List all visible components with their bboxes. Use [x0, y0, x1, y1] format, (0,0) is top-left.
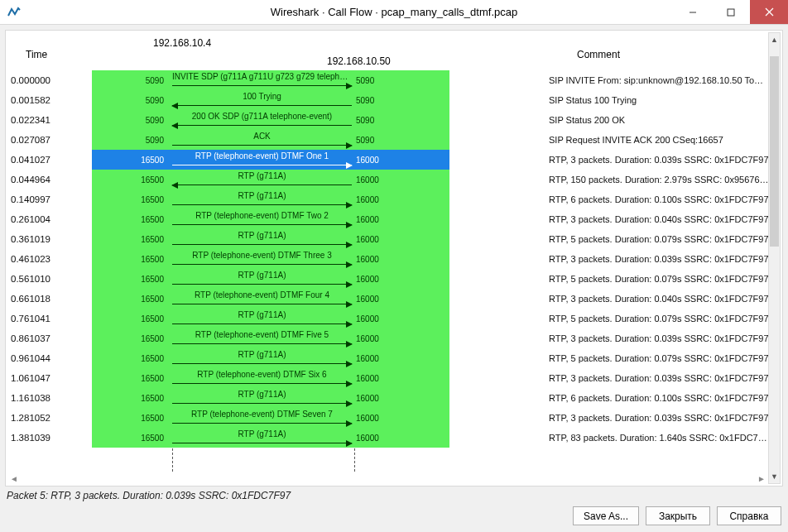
arrow-line	[172, 105, 352, 106]
arrow-line	[172, 145, 352, 146]
flow-row[interactable]: 0.0449641650016000RTP (g711A)RTP, 150 pa…	[6, 170, 782, 189]
flow-row[interactable]: 1.2810521650016000RTP (telephone-event) …	[6, 408, 782, 428]
comment-cell: SIP Status 200 OK	[549, 115, 782, 125]
message-label: RTP (telephone-event) DTMF Four 4	[172, 290, 352, 300]
port-left-label: 16500	[131, 354, 164, 363]
message-arrow: RTP (g711A)	[172, 351, 352, 366]
flow-rows-area[interactable]: 0.00000050905090INVITE SDP (g711A g711U …	[6, 70, 782, 472]
flow-row[interactable]: 1.3810391650016000RTP (g711A)RTP, 83 pac…	[6, 428, 782, 448]
flow-row[interactable]: 0.3610191650016000RTP (g711A)RTP, 5 pack…	[6, 229, 782, 249]
arrow-line	[172, 383, 352, 384]
flow-row[interactable]: 0.9610441650016000RTP (g711A)RTP, 5 pack…	[6, 348, 782, 368]
comment-cell: RTP, 6 packets. Duration: 0.100s SSRC: 0…	[549, 393, 782, 403]
flow-row[interactable]: 0.1409971650016000RTP (g711A)RTP, 6 pack…	[6, 189, 782, 209]
arrow-line	[172, 185, 352, 185]
arrow-line	[172, 125, 352, 126]
flow-cell: 1650016000RTP (telephone-event) DTMF Six…	[85, 368, 549, 388]
time-cell: 1.281052	[6, 413, 85, 423]
flow-cell: 50905090200 OK SDP (g711A telephone-even…	[85, 110, 549, 130]
port-left-label: 16500	[131, 394, 164, 403]
message-label: RTP (telephone-event) DTMF Three 3	[172, 251, 352, 260]
svg-rect-1	[728, 9, 734, 16]
message-label: RTP (g711A)	[172, 429, 352, 439]
scroll-up-icon[interactable]: ▲	[769, 33, 780, 46]
message-label: RTP (g711A)	[172, 350, 352, 359]
comment-cell: RTP, 3 packets. Duration: 0.039s SSRC: 0…	[549, 373, 782, 383]
flow-row[interactable]: 0.6610181650016000RTP (telephone-event) …	[6, 289, 782, 309]
time-cell: 0.027087	[6, 135, 85, 145]
arrow-line	[172, 324, 352, 324]
port-left-label: 5090	[131, 116, 164, 125]
time-cell: 1.381039	[6, 433, 85, 443]
flow-row[interactable]: 0.7610411650016000RTP (g711A)RTP, 5 pack…	[6, 309, 782, 328]
comment-cell: SIP Request INVITE ACK 200 CSeq:16657	[549, 135, 782, 145]
port-right-label: 16000	[356, 295, 389, 304]
time-cell: 0.041027	[6, 155, 85, 165]
message-arrow: RTP (g711A)	[172, 311, 352, 326]
arrow-right-icon	[346, 381, 353, 387]
flow-cell: 1650016000RTP (telephone-event) DTMF Sev…	[85, 408, 549, 428]
flow-row[interactable]: 0.00000050905090INVITE SDP (g711A g711U …	[6, 70, 782, 90]
flow-row[interactable]: 0.00158250905090100 TryingSIP Status 100…	[6, 90, 782, 110]
minimize-button[interactable]	[674, 0, 712, 24]
flow-row[interactable]: 0.8610371650016000RTP (telephone-event) …	[6, 328, 782, 348]
port-right-label: 16000	[356, 215, 389, 224]
port-right-label: 5090	[356, 96, 389, 105]
flow-cell: 50905090100 Trying	[85, 90, 549, 110]
vertical-scrollbar[interactable]: ▲ ▼	[768, 32, 781, 484]
arrow-right-icon	[346, 400, 353, 407]
message-arrow: RTP (telephone-event) DTMF One 1	[172, 152, 352, 167]
message-arrow: RTP (g711A)	[172, 192, 352, 207]
close-window-button[interactable]	[750, 0, 788, 24]
flow-row[interactable]: 0.4610231650016000RTP (telephone-event) …	[6, 249, 782, 269]
flow-cell: 1650016000RTP (g711A)	[85, 269, 549, 289]
arrow-line	[172, 204, 352, 205]
scrollbar-thumb[interactable]	[770, 56, 779, 247]
help-button[interactable]: Справка	[717, 506, 781, 525]
arrow-right-icon	[346, 162, 353, 169]
time-cell: 0.140997	[6, 194, 85, 204]
arrow-line	[172, 343, 352, 344]
port-left-label: 16500	[131, 195, 164, 204]
flow-row[interactable]: 1.0610471650016000RTP (telephone-event) …	[6, 368, 782, 388]
arrow-left-icon	[171, 122, 178, 129]
flow-row[interactable]: 0.2610041650016000RTP (telephone-event) …	[6, 209, 782, 229]
port-right-label: 16000	[356, 156, 389, 165]
message-arrow: 200 OK SDP (g711A telephone-event)	[172, 113, 352, 127]
message-label: 100 Trying	[172, 92, 352, 101]
flow-row[interactable]: 0.0410271650016000RTP (telephone-event) …	[6, 150, 782, 170]
comment-cell: SIP Status 100 Trying	[549, 95, 782, 105]
endpoint-right-label: 192.168.10.50	[327, 55, 391, 67]
time-cell: 0.000000	[6, 75, 85, 85]
close-button[interactable]: Закрыть	[646, 506, 710, 525]
port-left-label: 16500	[131, 295, 164, 304]
port-left-label: 16500	[131, 374, 164, 383]
maximize-button[interactable]	[712, 0, 750, 24]
flow-row[interactable]: 0.5610101650016000RTP (g711A)RTP, 5 pack…	[6, 269, 782, 289]
flow-cell: 1650016000RTP (g711A)	[85, 170, 549, 189]
arrow-line	[172, 165, 352, 165]
message-arrow: RTP (telephone-event) DTMF Seven 7	[172, 410, 352, 425]
horizontal-scrollbar[interactable]: ◄ ►	[7, 472, 768, 486]
scroll-left-icon[interactable]: ◄	[7, 472, 21, 486]
scroll-right-icon[interactable]: ►	[755, 472, 768, 486]
port-left-label: 5090	[131, 136, 164, 145]
flow-cell: 1650016000RTP (g711A)	[85, 388, 549, 408]
flow-cell: 50905090ACK	[85, 130, 549, 150]
arrow-right-icon	[346, 222, 353, 228]
port-right-label: 16000	[356, 235, 389, 244]
arrow-right-icon	[346, 242, 353, 248]
port-left-label: 16500	[131, 334, 164, 343]
scroll-down-icon[interactable]: ▼	[769, 470, 780, 483]
comment-cell: RTP, 6 packets. Duration: 0.100s SSRC: 0…	[549, 194, 782, 204]
comment-cell: RTP, 3 packets. Duration: 0.040s SSRC: 0…	[549, 214, 782, 224]
flow-row[interactable]: 0.02708750905090ACKSIP Request INVITE AC…	[6, 130, 782, 150]
message-arrow: RTP (telephone-event) DTMF Two 2	[172, 212, 352, 227]
arrow-line	[172, 264, 352, 265]
port-right-label: 5090	[356, 76, 389, 85]
flow-cell: 1650016000RTP (telephone-event) DTMF One…	[85, 150, 549, 170]
port-left-label: 16500	[131, 235, 164, 244]
save-as-button[interactable]: Save As...	[573, 506, 639, 525]
flow-row[interactable]: 1.1610381650016000RTP (g711A)RTP, 6 pack…	[6, 388, 782, 408]
flow-row[interactable]: 0.02234150905090200 OK SDP (g711A teleph…	[6, 110, 782, 130]
